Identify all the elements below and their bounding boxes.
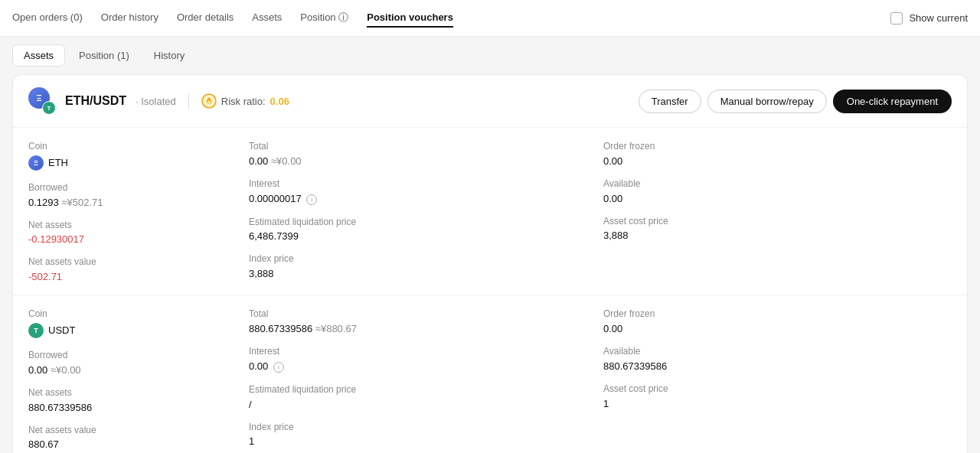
usdt-total-value: 880.67339586 ≈¥880.67 (249, 323, 591, 334)
eth-order-frozen-label: Order frozen (603, 140, 946, 153)
usdt-interest-label: Interest (249, 345, 591, 358)
usdt-icon: T (42, 101, 56, 115)
eth-order-frozen-row: Order frozen 0.00 (603, 140, 946, 167)
show-current-checkbox[interactable] (890, 12, 903, 24)
eth-section: Coin Ξ ETH Borrowed 0.1293 ≈¥502.71 Ne (13, 128, 967, 295)
eth-order-frozen-value: 0.00 (603, 155, 946, 167)
eth-total-row: Total 0.00 ≈¥0.00 (249, 140, 591, 167)
eth-borrowed-value: 0.1293 ≈¥502.71 (28, 197, 237, 208)
usdt-order-frozen-value: 0.00 (603, 323, 946, 334)
nav-item-open-orders[interactable]: Open orders (0) (12, 8, 83, 28)
usdt-available-value: 880.67339586 (603, 360, 946, 372)
usdt-coin-value: USDT (48, 324, 75, 336)
usdt-index-price-value: 1 (249, 435, 591, 447)
nav-right: Show current (890, 12, 968, 24)
usdt-interest-row: Interest 0.00 i (249, 345, 591, 373)
eth-borrowed-label: Borrowed (28, 181, 237, 194)
eth-index-price-label: Index price (249, 253, 591, 266)
risk-ratio: Risk ratio: 0.06 (201, 93, 289, 109)
usdt-asset-cost-value: 1 (603, 398, 946, 409)
transfer-button[interactable]: Transfer (639, 90, 701, 113)
usdt-borrowed-value: 0.00 ≈¥0.00 (28, 364, 237, 376)
usdt-col1: Coin T USDT Borrowed 0.00 ≈¥0.00 Net a (28, 308, 243, 450)
usdt-net-assets-value-row: Net assets value 880.67 (28, 424, 237, 451)
usdt-order-frozen-row: Order frozen 0.00 (603, 308, 946, 334)
main-content: Ξ T ETH/USDT · Isolated Risk ratio: 0.06… (0, 74, 980, 453)
risk-value: 0.06 (270, 96, 289, 107)
manual-borrow-button[interactable]: Manual borrow/repay (707, 90, 827, 113)
nav-item-order-details[interactable]: Order details (177, 8, 234, 28)
usdt-net-assets-value: 880.67339586 (28, 402, 237, 413)
tab-position[interactable]: Position (1) (68, 45, 140, 66)
usdt-interest-info-icon[interactable]: i (273, 362, 284, 373)
eth-borrowed-row: Borrowed 0.1293 ≈¥502.71 (28, 181, 237, 208)
eth-interest-row: Interest 0.00000017 i (249, 178, 591, 205)
top-nav: Open orders (0) Order history Order deta… (0, 0, 980, 37)
risk-icon (201, 93, 217, 109)
divider (188, 93, 189, 109)
eth-interest-label: Interest (249, 178, 591, 191)
eth-col2: Total 0.00 ≈¥0.00 Interest 0.00000017 i (243, 140, 597, 282)
eth-available-row: Available 0.00 (603, 178, 946, 204)
usdt-coin-label: Coin (28, 308, 237, 321)
eth-coin-name-row: Ξ ETH (28, 155, 237, 171)
usdt-asset-cost-row: Asset cost price 1 (603, 383, 946, 409)
nav-item-order-history[interactable]: Order history (101, 8, 158, 28)
pair-name: ETH/USDT (65, 94, 126, 108)
eth-grid: Coin Ξ ETH Borrowed 0.1293 ≈¥502.71 Ne (28, 140, 952, 282)
tab-assets[interactable]: Assets (12, 44, 65, 67)
eth-index-price-row: Index price 3,888 (249, 253, 591, 279)
eth-asset-cost-row: Asset cost price 3,888 (603, 215, 946, 242)
eth-col1: Coin Ξ ETH Borrowed 0.1293 ≈¥502.71 Ne (28, 140, 243, 282)
usdt-coin-icon: T (28, 323, 44, 338)
pair-icon: Ξ T (28, 87, 56, 115)
show-current-label: Show current (909, 12, 968, 24)
eth-interest-value: 0.00000017 i (249, 193, 591, 205)
eth-estimated-liq-value: 6,486.7399 (249, 230, 591, 242)
eth-coin-label: Coin (28, 140, 237, 153)
usdt-net-assets-value-label: Net assets value (28, 424, 237, 437)
eth-asset-cost-value: 3,888 (603, 230, 946, 241)
eth-net-assets-value-label: Net assets value (28, 256, 237, 269)
tab-history[interactable]: History (143, 45, 195, 66)
usdt-coin-name-row: T USDT (28, 323, 237, 338)
eth-total-value: 0.00 ≈¥0.00 (249, 155, 591, 167)
eth-estimated-liq-row: Estimated liquidation price 6,486.7399 (249, 216, 591, 243)
usdt-available-label: Available (603, 345, 946, 358)
nav-item-assets[interactable]: Assets (252, 8, 282, 28)
usdt-col2: Total 880.67339586 ≈¥880.67 Interest 0.0… (243, 308, 597, 450)
usdt-net-assets-label: Net assets (28, 386, 237, 399)
eth-coin-row: Coin Ξ ETH (28, 140, 237, 171)
usdt-interest-value: 0.00 i (249, 360, 591, 373)
usdt-estimated-liq-row: Estimated liquidation price / (249, 383, 591, 410)
nav-item-position-vouchers[interactable]: Position vouchers (367, 8, 453, 28)
eth-total-label: Total (249, 140, 591, 153)
tab-bar: Assets Position (1) History (0, 37, 980, 74)
risk-label: Risk ratio: (221, 96, 266, 107)
eth-col3: Order frozen 0.00 Available 0.00 Asset c… (597, 140, 952, 282)
pair-type: · Isolated (136, 96, 176, 107)
eth-coin-icon: Ξ (28, 155, 44, 171)
eth-net-assets-value-value: -502.71 (28, 271, 237, 282)
usdt-net-assets-row: Net assets 880.67339586 (28, 386, 237, 413)
usdt-section: Coin T USDT Borrowed 0.00 ≈¥0.00 Net a (13, 295, 967, 453)
usdt-grid: Coin T USDT Borrowed 0.00 ≈¥0.00 Net a (28, 308, 952, 450)
usdt-net-assets-value-value: 880.67 (28, 438, 237, 450)
usdt-asset-cost-label: Asset cost price (603, 383, 946, 396)
usdt-borrowed-row: Borrowed 0.00 ≈¥0.00 (28, 349, 237, 376)
eth-available-label: Available (603, 178, 946, 191)
usdt-index-price-row: Index price 1 (249, 421, 591, 448)
interest-info-icon[interactable]: i (306, 194, 317, 205)
usdt-index-price-label: Index price (249, 421, 591, 434)
usdt-coin-row: Coin T USDT (28, 308, 237, 338)
nav-item-position[interactable]: Position ⓘ (300, 8, 348, 29)
usdt-total-row: Total 880.67339586 ≈¥880.67 (249, 308, 591, 334)
main-card: Ξ T ETH/USDT · Isolated Risk ratio: 0.06… (12, 74, 968, 453)
usdt-estimated-liq-label: Estimated liquidation price (249, 383, 591, 396)
usdt-borrowed-label: Borrowed (28, 349, 237, 362)
eth-net-assets-label: Net assets (28, 219, 237, 232)
one-click-button[interactable]: One-click repayment (833, 90, 952, 113)
usdt-available-row: Available 880.67339586 (603, 345, 946, 372)
eth-net-assets-value-row: Net assets value -502.71 (28, 256, 237, 282)
usdt-total-label: Total (249, 308, 591, 321)
